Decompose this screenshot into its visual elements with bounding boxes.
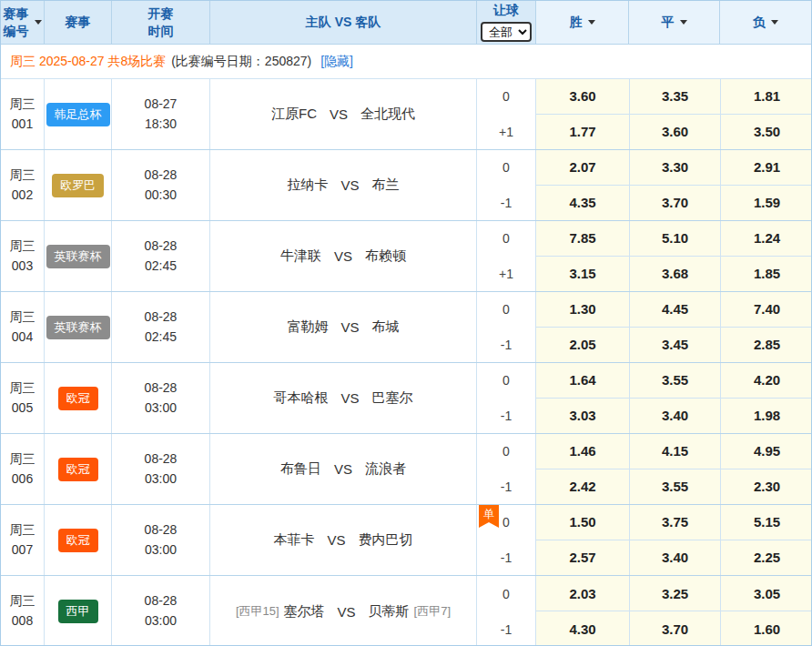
odds-win-top[interactable]: 1.64 [536,363,629,399]
win-label: 胜 [570,15,583,31]
match-number-cell: 周三 007 [1,505,45,575]
odds-lose-bottom[interactable]: 2.30 [720,469,812,505]
match-date: 08-28 [145,591,178,611]
odds-draw-top[interactable]: 3.35 [629,79,720,115]
league-badge: 韩足总杯 [46,103,110,126]
odds-lose-top[interactable]: 3.05 [720,576,812,611]
teams-cell: 富勒姆 VS 布城 [210,292,477,362]
handicap-bottom-value: +1 [499,267,513,281]
odds-lose-top[interactable]: 4.95 [720,434,812,469]
odds-lose-bottom[interactable]: 1.59 [720,186,812,221]
odds-lose-top[interactable]: 7.40 [720,292,812,328]
odds-win-bottom[interactable]: 2.05 [536,328,629,363]
odds-lose-bottom[interactable]: 1.85 [720,257,812,292]
match-time: 03:00 [145,399,177,419]
odds-draw-top[interactable]: 3.25 [629,576,720,611]
vs-label: VS [330,106,348,122]
match-row: 周三 006 欧冠 08-28 03:00 布鲁日 VS 流浪者 0 -1 1.… [1,434,811,505]
match-number: 004 [12,328,33,348]
teams-cell: 哥本哈根 VS 巴塞尔 [210,363,477,433]
col-header-lose[interactable]: 负 [720,1,811,44]
start-time-cell: 08-28 02:45 [112,292,210,362]
odds-lose-bottom[interactable]: 3.50 [720,115,812,150]
away-team: 巴塞尔 [372,389,413,407]
odds-win-top[interactable]: 2.07 [536,150,629,186]
hide-link[interactable]: [隐藏] [320,54,353,70]
odds-lose-top[interactable]: 4.20 [720,363,812,399]
odds-lose-top[interactable]: 1.24 [720,221,812,257]
match-day: 周三 [10,449,36,469]
match-no-label-line2: 编号 [4,23,29,40]
odds-draw-top[interactable]: 4.15 [629,434,720,469]
match-number-cell: 周三 005 [1,363,45,433]
match-day: 周三 [10,308,36,328]
odds-win-top[interactable]: 3.60 [536,79,629,115]
odds-draw-bottom[interactable]: 3.40 [629,540,720,576]
odds-draw-top[interactable]: 5.10 [629,221,720,257]
match-day: 周三 [10,166,36,186]
odds-lose-top[interactable]: 1.81 [720,79,812,115]
league-badge: 欧冠 [58,387,98,410]
league-cell: 西甲 [45,576,112,646]
match-number: 003 [12,257,33,277]
handicap-bottom-value: -1 [501,338,512,352]
odds-draw-bottom[interactable]: 3.70 [629,186,720,221]
odds-draw-bottom[interactable]: 3.45 [629,328,720,363]
odds-draw-bottom[interactable]: 3.60 [629,115,720,150]
odds-draw-bottom[interactable]: 3.68 [629,257,720,292]
date-subheader: 周三 2025-08-27 共8场比赛 (比赛编号日期：250827) [隐藏] [1,45,811,79]
odds-win-bottom[interactable]: 4.35 [536,186,629,221]
odds-draw-top[interactable]: 3.75 [629,505,720,540]
col-header-match-no[interactable]: 赛事 编号 [1,1,45,44]
odds-draw-top[interactable]: 4.45 [629,292,720,328]
handicap-bottom-value: -1 [501,622,512,637]
teams-cell: [西甲15] 塞尔塔 VS 贝蒂斯 [西甲7] [210,576,477,646]
col-header-win[interactable]: 胜 [536,1,629,44]
handicap-top-value: 0 [502,515,510,530]
match-day: 周三 [10,95,36,115]
odds-draw-bottom[interactable]: 3.40 [629,399,720,434]
odds-lose-bottom[interactable]: 1.98 [720,399,812,434]
away-team: 贝蒂斯 [369,603,410,621]
match-number-cell: 周三 003 [1,221,45,291]
match-time: 02:45 [145,257,177,277]
odds-draw-top[interactable]: 3.30 [629,150,720,186]
odds-lose-top[interactable]: 2.91 [720,150,812,186]
league-badge: 欧冠 [58,529,98,552]
odds-win-top[interactable]: 1.46 [536,434,629,469]
home-team: 本菲卡 [273,531,314,549]
odds-win-bottom[interactable]: 1.77 [536,115,629,150]
odds-draw-bottom[interactable]: 3.55 [629,469,720,505]
col-header-draw[interactable]: 平 [629,1,720,44]
odds-lose-top[interactable]: 5.15 [720,505,812,540]
match-time: 03:00 [145,540,177,560]
odds-lose-bottom[interactable]: 2.85 [720,328,812,363]
odds-win-bottom[interactable]: 3.03 [536,399,629,434]
teams-cell: 牛津联 VS 布赖顿 [210,221,477,291]
league-cell: 欧冠 [45,434,112,504]
odds-win-top[interactable]: 2.03 [536,576,629,611]
teams-cell: 拉纳卡 VS 布兰 [210,150,477,220]
vs-label: VS [327,532,345,548]
handicap-cell: 0 -1 [477,576,536,646]
odds-win-top[interactable]: 1.30 [536,292,629,328]
odds-lose-bottom[interactable]: 2.25 [720,540,812,576]
odds-win-bottom[interactable]: 2.42 [536,469,629,505]
handicap-cell: 0 -1 [477,150,536,220]
odds-win-bottom[interactable]: 3.15 [536,257,629,292]
odds-win-bottom[interactable]: 4.30 [536,611,629,646]
odds-lose-bottom[interactable]: 1.60 [720,611,812,646]
match-time: 03:00 [145,469,177,490]
away-team: 布城 [372,318,400,336]
match-date: 08-28 [145,379,178,399]
odds-draw-bottom[interactable]: 3.70 [629,611,720,646]
date-summary: 周三 2025-08-27 共8场比赛 [10,54,166,70]
odds-draw-top[interactable]: 3.55 [629,363,720,399]
lose-dropdown-caret-icon [771,20,778,25]
odds-win-top[interactable]: 7.85 [536,221,629,257]
vs-label: VS [338,604,356,620]
handicap-filter-select[interactable]: 全部 [481,22,532,42]
odds-win-bottom[interactable]: 2.57 [536,540,629,576]
odds-win-top[interactable]: 1.50 [536,505,629,540]
league-cell: 欧罗巴 [45,150,112,220]
